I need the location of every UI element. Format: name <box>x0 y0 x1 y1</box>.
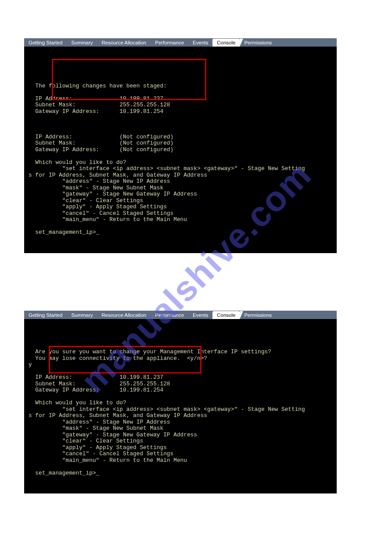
console-text-1: The following changes have been staged: … <box>29 70 337 236</box>
tab-bar-2: Getting Started Summary Resource Allocat… <box>24 311 337 319</box>
tab-getting-started[interactable]: Getting Started <box>24 311 67 319</box>
tab-summary[interactable]: Summary <box>67 311 97 319</box>
tab-performance[interactable]: Performance <box>151 311 188 319</box>
tab-bar-1: Getting Started Summary Resource Allocat… <box>24 38 337 47</box>
page: manualshive.com Getting Started Summary … <box>0 0 392 555</box>
tab-console[interactable]: Console <box>212 311 240 319</box>
tab-events[interactable]: Events <box>188 39 212 47</box>
tab-resource-allocation[interactable]: Resource Allocation <box>97 311 151 319</box>
tab-performance[interactable]: Performance <box>151 39 188 47</box>
console-text-2: Are you sure you want to change your Man… <box>29 343 337 477</box>
tab-summary[interactable]: Summary <box>67 39 97 47</box>
console-panel-2: Getting Started Summary Resource Allocat… <box>24 311 337 493</box>
tab-permissions[interactable]: Permissions <box>240 39 276 47</box>
tab-console[interactable]: Console <box>212 39 240 47</box>
console-panel-1: Getting Started Summary Resource Allocat… <box>24 38 337 253</box>
console-output-1[interactable]: The following changes have been staged: … <box>24 47 337 253</box>
console-output-2[interactable]: Are you sure you want to change your Man… <box>24 319 337 493</box>
tab-getting-started[interactable]: Getting Started <box>24 39 67 47</box>
tab-permissions[interactable]: Permissions <box>240 311 276 319</box>
tab-events[interactable]: Events <box>188 311 212 319</box>
tab-resource-allocation[interactable]: Resource Allocation <box>97 39 151 47</box>
